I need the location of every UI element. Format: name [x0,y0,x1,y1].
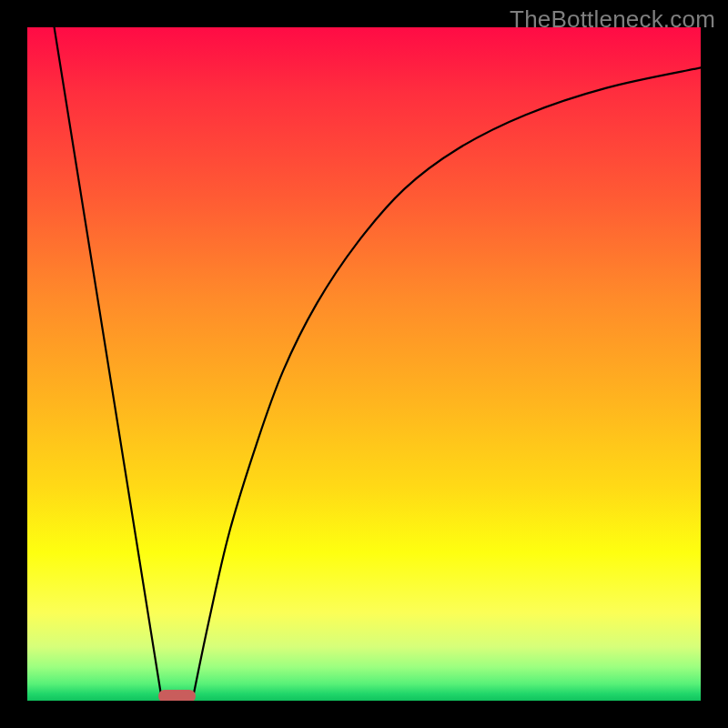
chart-frame: TheBottleneck.com [0,0,728,728]
plot-area [27,27,701,701]
optimal-marker [158,690,196,701]
watermark-text: TheBottleneck.com [510,5,715,34]
bottleneck-curve [27,27,701,701]
